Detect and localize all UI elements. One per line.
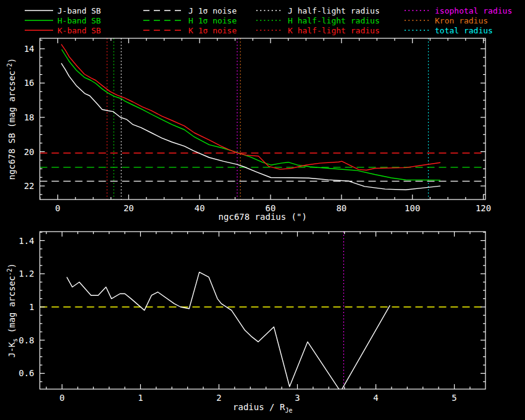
y-tick-label: 1.2 <box>19 269 34 279</box>
bottom-panel-y-axis-title: J-Ks (mag arcsec-2) <box>6 263 19 358</box>
x-tick-label: 40 <box>195 203 205 213</box>
legend-label-k-band-sb: K-band SB <box>57 26 101 35</box>
x-tick-label: 3 <box>295 393 300 403</box>
x-tick-label: 120 <box>476 203 491 213</box>
top-panel: 0204060801001201416182022ngc678 radius (… <box>6 38 491 222</box>
x-tick-label: 5 <box>452 393 456 403</box>
y-tick-label: 18 <box>24 112 35 122</box>
x-tick-label: 4 <box>373 393 378 403</box>
curve-h-band-sb <box>62 49 440 180</box>
x-tick-label: 100 <box>405 203 420 213</box>
legend: J-band SBH-band SBK-band SBJ 1σ noiseH 1… <box>25 6 512 35</box>
y-tick-label: 1.4 <box>19 236 34 246</box>
legend-label-j-band-sb: J-band SB <box>57 6 101 15</box>
bottom-panel-x-axis-title: radius / RJe <box>233 402 292 414</box>
legend-label-k-1-noise: K 1σ noise <box>188 26 237 35</box>
y-tick-label: 22 <box>24 181 35 191</box>
y-tick-label: 16 <box>24 78 35 88</box>
x-tick-label: 80 <box>336 203 346 213</box>
x-tick-label: 0 <box>59 393 64 403</box>
top-panel-x-axis-title: ngc678 radius (") <box>219 212 307 222</box>
bottom-panel: 0123450.60.811.21.4radius / RJeJ-Ks (mag… <box>6 232 485 414</box>
legend-label-h-half-light-radius: H half-light radius <box>288 16 380 25</box>
legend-label-h-band-sb: H-band SB <box>57 16 101 25</box>
top-panel-y-axis-title: ngc678 SB (mag arcsec-2) <box>6 58 17 180</box>
x-tick-label: 0 <box>55 203 60 213</box>
y-tick-label: 0.6 <box>19 368 34 378</box>
figure-canvas: J-band SBH-band SBK-band SBJ 1σ noiseH 1… <box>0 0 525 420</box>
y-tick-label: 14 <box>24 44 35 54</box>
legend-label-k-half-light-radius: K half-light radius <box>288 26 380 35</box>
curve-j-ks-color-profile <box>67 272 390 392</box>
legend-label-total-radius: total radius <box>435 26 493 35</box>
x-tick-label: 20 <box>124 203 134 213</box>
bottom-panel-ticks <box>40 232 486 389</box>
sb-profile-figure: J-band SBH-band SBK-band SBJ 1σ noiseH 1… <box>0 0 525 420</box>
legend-label-j-1-noise: J 1σ noise <box>188 6 237 15</box>
legend-label-j-half-light-radius: J half-light radius <box>288 6 380 15</box>
y-tick-label: 0.8 <box>19 335 34 345</box>
bottom-panel-frame <box>40 232 486 389</box>
curve-k-band-sb <box>61 44 440 170</box>
curve-j-band-sb <box>61 63 440 190</box>
legend-label-isophotal-radius: isophotal radius <box>435 6 512 15</box>
legend-label-h-1-noise: H 1σ noise <box>188 16 237 25</box>
x-tick-label: 1 <box>138 393 143 403</box>
x-tick-label: 2 <box>216 393 221 403</box>
y-tick-label: 1 <box>29 302 34 312</box>
legend-label-kron-radius: Kron radius <box>435 16 488 25</box>
y-tick-label: 20 <box>24 147 35 157</box>
